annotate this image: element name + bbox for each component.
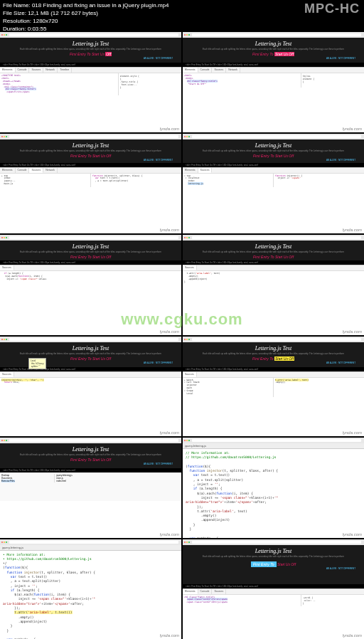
tab-elements[interactable]: Elements [0, 68, 16, 73]
thumb-11[interactable]: jquery.lettering.js • More information a… [0, 539, 181, 640]
thumb-10[interactable]: jquery.lettering.js // More information … [183, 438, 364, 538]
elements-tree[interactable]: <!DOCTYPE html><html> <head>…</head> <bo… [0, 73, 118, 95]
thumb-4[interactable]: Lettering.js Test Each title will mark u… [183, 134, 364, 234]
thumb-2[interactable]: Lettering.js Test Each title will mark u… [183, 32, 364, 132]
sources-code[interactable]: function injector(t, splitter, klass) { … [91, 174, 181, 188]
thumb-1[interactable]: Lettering.js Test Each title will mark u… [0, 32, 181, 132]
browser-chrome [0, 32, 181, 38]
debug-tooltip: Local this: h2.fancy splitter: "" [28, 358, 46, 369]
lynda-watermark: lynda.com [160, 127, 179, 131]
thumb-7[interactable]: Lettering.js Test Each title will mark u… [0, 337, 181, 437]
thumb-8[interactable]: Lettering.js Test Each title will mark u… [183, 337, 364, 437]
code-editor[interactable]: • More information at: • https://github.… [0, 551, 181, 640]
player-logo: MPC-HC [304, 1, 360, 16]
thumb-12[interactable]: Lettering.js Test Each title will mark u… [183, 539, 364, 640]
tab-console[interactable]: Console [16, 68, 30, 73]
code-editor[interactable]: // More information at: // https://githu… [183, 449, 364, 538]
thumb-5[interactable]: Lettering.js Test Each title will mark u… [0, 235, 181, 335]
finder-panel[interactable]: DesktopDocumentsExercise Files jquery.le… [0, 472, 181, 501]
tab-sources[interactable]: Sources [29, 68, 43, 73]
page-title: Lettering.js Test [4, 41, 177, 47]
thumb-9[interactable]: Lettering.js Test Each title will mark u… [0, 438, 181, 538]
cta-heading: First Entry To Start Us Off [4, 52, 177, 56]
styles-pane[interactable]: element.style {}.fancy-title { font-size… [118, 73, 181, 95]
devtools-panel[interactable]: Elements Console Sources Network Timelin… [0, 67, 181, 95]
thumb-3[interactable]: Lettering.js Test Each title will mark u… [0, 134, 181, 234]
editor-tab[interactable]: jquery.lettering.js [183, 443, 364, 449]
tab-network[interactable]: Network [43, 68, 58, 73]
thumb-6[interactable]: Lettering.js Test Each title will mark u… [183, 235, 364, 335]
tab-timeline[interactable]: Timeline [58, 68, 72, 73]
thumbnail-grid: Lettering.js Test Each title will mark u… [0, 0, 364, 639]
